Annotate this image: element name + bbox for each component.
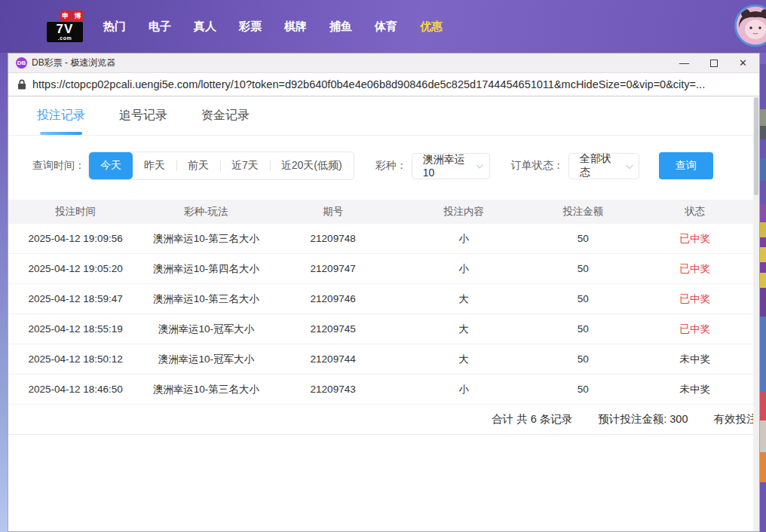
chevron-down-icon xyxy=(476,161,483,168)
cell-amount: 50 xyxy=(531,384,636,395)
page-edge-left xyxy=(0,53,8,532)
col-header-issue: 期号 xyxy=(269,205,396,219)
chevron-down-icon xyxy=(626,161,633,169)
time-filter-label: 查询时间： xyxy=(32,159,85,173)
status-badge: 未中奖 xyxy=(636,383,755,396)
cell-content: 大 xyxy=(397,323,531,336)
logo-badge-bo: 博 xyxy=(72,11,83,21)
nav-item-sports[interactable]: 体育 xyxy=(363,20,409,34)
site-header: 申 博 7V .com 热门 电子 真人 彩票 棋牌 捕鱼 体育 优惠 xyxy=(0,0,766,53)
lottery-filter-label: 彩种： xyxy=(375,159,407,173)
cell-content: 小 xyxy=(397,232,531,246)
status-badge: 已中奖 xyxy=(636,232,755,246)
nav-item-hot[interactable]: 热门 xyxy=(92,20,137,34)
site-nav: 热门 电子 真人 彩票 棋牌 捕鱼 体育 优惠 xyxy=(92,20,454,34)
summary-bar: 合计 共 6 条记录 预计投注金额: 300 有效投注金 xyxy=(8,405,760,435)
cell-content: 大 xyxy=(397,292,531,306)
site-logo[interactable]: 申 博 7V .com xyxy=(47,11,83,42)
status-badge: 已中奖 xyxy=(636,262,755,276)
summary-total-records: 合计 共 6 条记录 xyxy=(492,412,572,427)
cell-amount: 50 xyxy=(531,263,636,274)
logo-badges: 申 博 xyxy=(47,11,83,21)
scrollbar-track[interactable] xyxy=(753,97,759,532)
col-header-amount: 投注金额 xyxy=(531,205,636,219)
avatar-illustration xyxy=(737,7,766,44)
cell-issue: 21209748 xyxy=(269,233,396,244)
cell-content: 小 xyxy=(397,383,531,396)
url-bar[interactable]: https://ctopcp02pcali.uengi5e.com/lotter… xyxy=(8,73,759,96)
nav-item-live[interactable]: 真人 xyxy=(182,20,228,34)
time-option-today[interactable]: 今天 xyxy=(89,152,133,179)
nav-item-cards[interactable]: 棋牌 xyxy=(273,20,318,34)
nav-item-fishing[interactable]: 捕鱼 xyxy=(318,20,363,34)
browser-window: DB DB彩票 - 极速浏览器 — ✕ https://ctopcp02pcal… xyxy=(8,53,760,532)
filter-bar: 查询时间： 今天 昨天 前天 近7天 近20天(低频) 彩种： 澳洲幸运10 订… xyxy=(8,136,759,192)
cell-time: 2025-04-12 19:05:20 xyxy=(8,263,142,274)
db-favicon: DB xyxy=(16,57,27,69)
lock-icon xyxy=(17,79,26,90)
cell-game: 澳洲幸运10-第三名大小 xyxy=(142,232,269,246)
nav-item-lottery[interactable]: 彩票 xyxy=(228,20,273,34)
logo-7v-text: 7V xyxy=(49,23,81,35)
cell-game: 澳洲幸运10-冠军大小 xyxy=(142,353,269,366)
logo-com-text: .com xyxy=(49,35,81,41)
cell-issue: 21209746 xyxy=(269,293,396,304)
scrollbar-thumb[interactable] xyxy=(754,97,758,195)
tab-fund-records[interactable]: 资金记录 xyxy=(201,108,250,124)
cell-amount: 50 xyxy=(531,353,636,365)
cell-issue: 21209743 xyxy=(269,384,396,395)
table-row: 2025-04-12 18:50:12 澳洲幸运10-冠军大小 21209744… xyxy=(8,344,755,375)
cell-issue: 21209744 xyxy=(269,353,396,365)
cell-amount: 50 xyxy=(531,323,636,335)
minimize-icon[interactable]: — xyxy=(679,58,689,68)
logo-mark: 7V .com xyxy=(47,22,83,42)
lottery-select[interactable]: 澳洲幸运10 xyxy=(412,153,490,179)
status-select-value: 全部状态 xyxy=(580,152,620,179)
table-header-row: 投注时间 彩种-玩法 期号 投注内容 投注金额 状态 xyxy=(8,200,755,224)
table-row: 2025-04-12 19:05:20 澳洲幸运10-第四名大小 2120974… xyxy=(8,254,755,284)
col-header-time: 投注时间 xyxy=(8,205,142,219)
search-button[interactable]: 查询 xyxy=(659,152,713,179)
logo-badge-shen: 申 xyxy=(60,11,71,21)
page-edge-right xyxy=(760,53,766,532)
cell-game: 澳洲幸运10-第三名大小 xyxy=(142,383,269,396)
status-badge: 已中奖 xyxy=(636,292,755,306)
record-tabs: 投注记录 追号记录 资金记录 xyxy=(8,96,759,136)
cell-time: 2025-04-12 19:09:56 xyxy=(8,233,142,244)
bet-records-table: 投注时间 彩种-玩法 期号 投注内容 投注金额 状态 2025-04-12 19… xyxy=(8,200,755,405)
status-badge: 已中奖 xyxy=(636,323,755,336)
cell-game: 澳洲幸运10-冠军大小 xyxy=(142,323,269,336)
cell-game: 澳洲幸运10-第三名大小 xyxy=(142,292,269,306)
cell-time: 2025-04-12 18:50:12 xyxy=(8,353,142,365)
time-option-20days[interactable]: 近20天(低频) xyxy=(270,152,354,179)
cell-game: 澳洲幸运10-第四名大小 xyxy=(142,262,269,276)
table-row: 2025-04-12 18:55:19 澳洲幸运10-冠军大小 21209745… xyxy=(8,314,755,344)
page-content: 投注记录 追号记录 资金记录 查询时间： 今天 昨天 前天 近7天 近20天(低… xyxy=(8,96,759,532)
cell-time: 2025-04-12 18:46:50 xyxy=(8,384,142,395)
tab-chase-records[interactable]: 追号记录 xyxy=(119,108,167,124)
cell-issue: 21209747 xyxy=(269,263,396,274)
window-title: DB彩票 - 极速浏览器 xyxy=(32,57,115,69)
status-badge: 未中奖 xyxy=(636,353,755,366)
time-option-daybefore[interactable]: 前天 xyxy=(176,152,220,179)
url-text: https://ctopcp02pcali.uengi5e.com/lotter… xyxy=(32,78,705,90)
table-row: 2025-04-12 18:46:50 澳洲幸运10-第三名大小 2120974… xyxy=(8,375,755,405)
status-filter-label: 订单状态： xyxy=(511,159,564,173)
cell-time: 2025-04-12 18:59:47 xyxy=(8,293,142,304)
close-icon[interactable]: ✕ xyxy=(739,58,747,68)
cell-amount: 50 xyxy=(531,293,636,304)
lottery-select-value: 澳洲幸运10 xyxy=(423,153,471,179)
user-avatar[interactable] xyxy=(734,5,766,47)
cell-content: 小 xyxy=(397,262,531,276)
nav-item-slots[interactable]: 电子 xyxy=(137,20,182,34)
time-option-7days[interactable]: 近7天 xyxy=(220,152,270,179)
time-range-group: 今天 昨天 前天 近7天 近20天(低频) xyxy=(88,151,354,180)
tab-bet-records[interactable]: 投注记录 xyxy=(37,108,85,124)
nav-item-promo[interactable]: 优惠 xyxy=(409,20,454,34)
time-option-yesterday[interactable]: 昨天 xyxy=(133,152,176,179)
col-header-game: 彩种-玩法 xyxy=(142,205,269,219)
cell-time: 2025-04-12 18:55:19 xyxy=(8,323,142,335)
order-status-select[interactable]: 全部状态 xyxy=(568,153,639,179)
cell-content: 大 xyxy=(397,353,531,366)
maximize-icon[interactable] xyxy=(710,60,718,67)
